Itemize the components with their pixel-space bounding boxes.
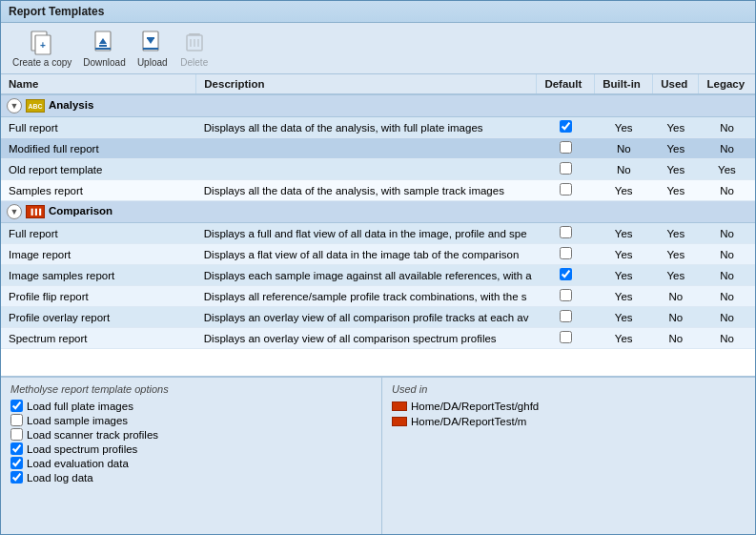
row-legacy: No bbox=[699, 117, 755, 138]
svg-rect-10 bbox=[143, 48, 158, 50]
default-checkbox[interactable] bbox=[560, 268, 572, 280]
default-checkbox[interactable] bbox=[560, 120, 572, 133]
option-item: Load spectrum profiles bbox=[10, 442, 372, 456]
row-used: Yes bbox=[653, 265, 699, 286]
default-checkbox[interactable] bbox=[560, 310, 572, 322]
option-checkbox[interactable] bbox=[10, 471, 23, 484]
col-header-used: Used bbox=[653, 74, 699, 94]
create-copy-label: Create a copy bbox=[12, 57, 72, 68]
row-builtin: No bbox=[595, 138, 653, 159]
table-row[interactable]: Image reportDisplays a flat view of all … bbox=[1, 244, 755, 265]
table-row[interactable]: Profile overlay reportDisplays an overla… bbox=[1, 307, 755, 328]
option-label: Load full plate images bbox=[27, 401, 133, 412]
upload-button[interactable]: Upload bbox=[133, 27, 172, 70]
row-name: Modified full report bbox=[1, 138, 196, 159]
row-name: Samples report bbox=[1, 180, 196, 201]
row-default[interactable] bbox=[537, 223, 595, 244]
upload-label: Upload bbox=[137, 57, 168, 68]
table-row[interactable]: Full reportDisplays all the data of the … bbox=[1, 117, 755, 138]
delete-icon bbox=[181, 29, 208, 55]
row-default[interactable] bbox=[537, 244, 595, 265]
option-item: Load evaluation data bbox=[10, 456, 372, 470]
row-name: Image samples report bbox=[1, 265, 196, 286]
row-legacy: No bbox=[699, 307, 755, 328]
row-builtin: Yes bbox=[595, 265, 653, 286]
row-default[interactable] bbox=[537, 159, 595, 180]
option-checkbox[interactable] bbox=[10, 457, 23, 469]
delete-label: Delete bbox=[180, 57, 208, 68]
row-used: Yes bbox=[653, 180, 699, 201]
row-legacy: No bbox=[699, 286, 755, 307]
default-checkbox[interactable] bbox=[560, 247, 572, 259]
svg-rect-5 bbox=[99, 45, 107, 47]
svg-text:+: + bbox=[40, 40, 46, 51]
row-builtin: Yes bbox=[595, 286, 653, 307]
options-panel: Metholyse report template options Load f… bbox=[1, 378, 382, 534]
window-title: Report Templates bbox=[9, 5, 104, 18]
row-builtin: No bbox=[595, 159, 653, 180]
row-default[interactable] bbox=[537, 286, 595, 307]
main-window: Report Templates + Create a copy bbox=[0, 0, 756, 535]
row-name: Profile flip report bbox=[1, 286, 196, 307]
group-header-analysis: ▼Analysis bbox=[1, 94, 755, 117]
row-used: Yes bbox=[653, 223, 699, 244]
default-checkbox[interactable] bbox=[560, 162, 572, 175]
download-button[interactable]: Download bbox=[79, 27, 129, 70]
bottom-panel: Metholyse report template options Load f… bbox=[1, 377, 755, 534]
row-description bbox=[196, 138, 537, 159]
group-collapse-icon[interactable]: ▼ bbox=[7, 98, 22, 113]
used-in-list: Home/DA/ReportTest/ghfdHome/DA/ReportTes… bbox=[392, 399, 746, 429]
option-checkbox[interactable] bbox=[10, 400, 23, 412]
delete-button[interactable]: Delete bbox=[175, 27, 214, 70]
row-description: Displays each sample image against all a… bbox=[196, 265, 537, 286]
row-description: Displays all the data of the analysis, w… bbox=[196, 180, 537, 201]
option-checkbox[interactable] bbox=[10, 414, 23, 426]
row-used: No bbox=[653, 286, 699, 307]
row-default[interactable] bbox=[537, 138, 595, 159]
row-used: Yes bbox=[653, 244, 699, 265]
row-description: Displays an overlay view of all comparis… bbox=[196, 328, 537, 349]
used-in-title: Used in bbox=[392, 383, 746, 395]
table-row[interactable]: Modified full reportNoYesNo bbox=[1, 138, 755, 159]
row-used: Yes bbox=[653, 117, 699, 138]
row-legacy: No bbox=[699, 328, 755, 349]
row-used: No bbox=[653, 328, 699, 349]
default-checkbox[interactable] bbox=[560, 183, 572, 195]
option-checkbox[interactable] bbox=[10, 442, 23, 455]
option-checkbox[interactable] bbox=[10, 428, 23, 441]
row-default[interactable] bbox=[537, 265, 595, 286]
row-description: Displays all the data of the analysis, w… bbox=[196, 117, 537, 138]
row-used: Yes bbox=[653, 159, 699, 180]
table-row[interactable]: Profile flip reportDisplays all referenc… bbox=[1, 286, 755, 307]
group-collapse-icon[interactable]: ▼ bbox=[7, 204, 22, 219]
row-legacy: No bbox=[699, 138, 755, 159]
default-checkbox[interactable] bbox=[560, 226, 572, 238]
row-name: Full report bbox=[1, 117, 196, 138]
default-checkbox[interactable] bbox=[560, 331, 572, 343]
default-checkbox[interactable] bbox=[560, 141, 572, 154]
default-checkbox[interactable] bbox=[560, 289, 572, 301]
row-default[interactable] bbox=[537, 117, 595, 138]
used-in-icon bbox=[392, 417, 407, 426]
create-copy-icon: + bbox=[29, 29, 55, 55]
row-default[interactable] bbox=[537, 307, 595, 328]
table-row[interactable]: Image samples reportDisplays each sample… bbox=[1, 265, 755, 286]
table-row[interactable]: Full reportDisplays a full and flat view… bbox=[1, 223, 755, 244]
row-default[interactable] bbox=[537, 328, 595, 349]
table-row[interactable]: Samples reportDisplays all the data of t… bbox=[1, 180, 755, 201]
row-legacy: No bbox=[699, 180, 755, 201]
used-in-panel: Used in Home/DA/ReportTest/ghfdHome/DA/R… bbox=[382, 378, 755, 534]
row-name: Full report bbox=[1, 223, 196, 244]
create-copy-button[interactable]: + Create a copy bbox=[9, 27, 75, 70]
comparison-group-icon bbox=[26, 205, 45, 218]
col-header-legacy: Legacy bbox=[699, 74, 755, 94]
table-row[interactable]: Spectrum reportDisplays an overlay view … bbox=[1, 328, 755, 349]
row-description: Displays an overlay view of all comparis… bbox=[196, 307, 537, 328]
row-default[interactable] bbox=[537, 180, 595, 201]
row-name: Spectrum report bbox=[1, 328, 196, 349]
table-row[interactable]: Old report templateNoYesYes bbox=[1, 159, 755, 180]
main-content: Name Description Default Built-in Used L… bbox=[1, 74, 755, 534]
row-builtin: Yes bbox=[595, 117, 653, 138]
used-in-path: Home/DA/ReportTest/ghfd bbox=[411, 401, 539, 412]
col-header-name: Name bbox=[1, 74, 196, 94]
